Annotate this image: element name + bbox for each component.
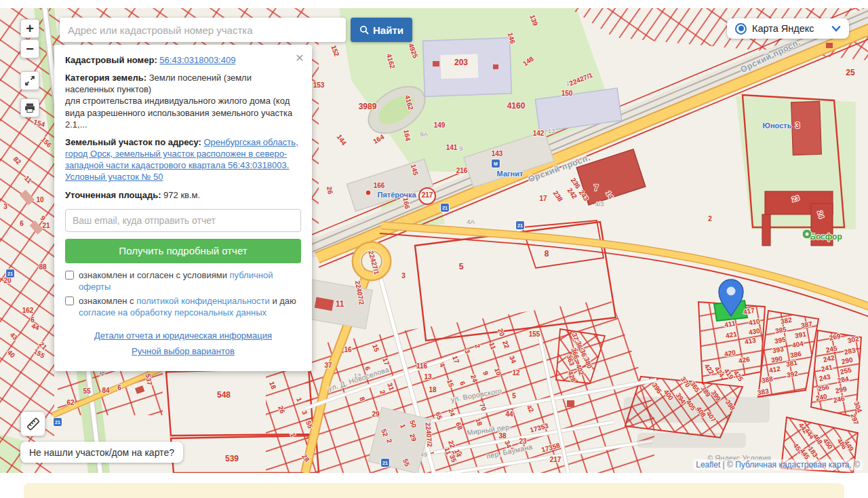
svg-text:21: 21 bbox=[55, 420, 60, 425]
svg-text:49: 49 bbox=[420, 451, 428, 458]
email-input[interactable] bbox=[65, 209, 301, 232]
fullscreen-button[interactable] bbox=[20, 71, 39, 90]
svg-text:10: 10 bbox=[36, 196, 44, 204]
svg-text:5: 5 bbox=[459, 262, 464, 271]
svg-text:М: М bbox=[494, 161, 498, 166]
zoom-out-label: − bbox=[26, 41, 34, 57]
printer-icon bbox=[24, 102, 35, 113]
search-icon bbox=[359, 25, 369, 35]
address-label: Земельный участок по адресу: bbox=[65, 137, 201, 147]
not-found-label: Не нашли участок/дом на карте? bbox=[29, 447, 174, 458]
search-button-label: Найти bbox=[373, 24, 403, 36]
bottom-banner bbox=[24, 483, 844, 498]
personal-data-link[interactable]: согласие на обработку персональных данны… bbox=[79, 307, 267, 318]
zoom-in-label: + bbox=[26, 21, 34, 37]
svg-text:9А: 9А bbox=[420, 130, 428, 138]
offer-checkbox-row: ознакомлен и согласен с условиями публич… bbox=[65, 269, 301, 292]
svg-text:149: 149 bbox=[434, 121, 446, 129]
svg-text:Босфор: Босфор bbox=[810, 232, 842, 242]
svg-text:8: 8 bbox=[545, 249, 549, 258]
zoom-out-button[interactable]: − bbox=[20, 39, 39, 58]
privacy-text-1: ознакомлен с bbox=[79, 296, 136, 306]
map-poi-icon: 21 bbox=[381, 459, 390, 467]
svg-text:6: 6 bbox=[20, 220, 24, 227]
layer-radio[interactable] bbox=[735, 23, 747, 35]
search-button[interactable]: Найти bbox=[351, 18, 412, 42]
report-details-link[interactable]: Детали отчета и юридическая информация bbox=[65, 329, 301, 343]
svg-text:141: 141 bbox=[446, 144, 458, 151]
svg-text:21: 21 bbox=[517, 223, 523, 228]
offer-text: ознакомлен и согласен с условиями bbox=[79, 270, 230, 280]
get-report-button[interactable]: Получить подробный отчет bbox=[65, 239, 301, 263]
svg-text:88: 88 bbox=[39, 263, 47, 271]
layer-selector[interactable]: Карта Яндекс bbox=[727, 18, 849, 39]
area-row: Уточненная площадь: 972 кв.м. bbox=[65, 189, 301, 201]
svg-text:143: 143 bbox=[492, 150, 503, 157]
cadastral-number-row: Кадастровый номер: 56:43:0318003:409 bbox=[65, 54, 301, 66]
svg-text:62: 62 bbox=[66, 399, 75, 406]
svg-text:548: 548 bbox=[217, 390, 231, 400]
svg-text:155: 155 bbox=[529, 330, 540, 338]
offer-checkbox[interactable] bbox=[65, 271, 74, 280]
svg-text:12: 12 bbox=[512, 369, 520, 377]
svg-text:84: 84 bbox=[102, 387, 110, 394]
zoom-in-button[interactable]: + bbox=[20, 19, 39, 38]
svg-text:Магнит: Магнит bbox=[497, 170, 524, 178]
svg-text:217: 217 bbox=[550, 456, 561, 463]
svg-text:153: 153 bbox=[313, 81, 325, 89]
svg-text:25: 25 bbox=[846, 68, 855, 77]
svg-text:3989: 3989 bbox=[359, 102, 377, 111]
svg-text:539: 539 bbox=[225, 454, 239, 463]
print-button[interactable] bbox=[20, 98, 39, 117]
svg-text:2: 2 bbox=[708, 215, 712, 223]
svg-text:11: 11 bbox=[336, 299, 344, 309]
address-row: Земельный участок по адресу: Оренбургска… bbox=[65, 136, 301, 183]
area-label: Уточненная площадь: bbox=[65, 190, 161, 200]
cadastral-map-page: © Яндекс Условия 41741041143042141342042… bbox=[0, 0, 868, 498]
chevron-down-icon bbox=[831, 26, 841, 32]
svg-text:9: 9 bbox=[459, 145, 462, 152]
svg-text:216: 216 bbox=[456, 167, 468, 174]
search-input[interactable] bbox=[60, 18, 346, 42]
svg-text:21: 21 bbox=[442, 206, 448, 210]
privacy-checkbox[interactable] bbox=[65, 296, 74, 305]
map-poi-icon bbox=[802, 229, 812, 239]
cadastral-number-label: Кадастровый номер: bbox=[65, 55, 157, 65]
svg-text:21: 21 bbox=[42, 222, 50, 229]
land-category-row: Категория земель: Земли поселений (земли… bbox=[65, 72, 301, 130]
measure-button[interactable] bbox=[20, 411, 45, 436]
svg-text:55: 55 bbox=[83, 387, 91, 395]
leaflet-link[interactable]: Leaflet bbox=[696, 460, 720, 470]
svg-text:217: 217 bbox=[422, 191, 433, 199]
privacy-text-2: и даю bbox=[270, 296, 296, 306]
svg-text:6: 6 bbox=[117, 384, 121, 391]
ruler-icon bbox=[26, 417, 41, 432]
svg-text:4160: 4160 bbox=[507, 101, 526, 111]
svg-text:21: 21 bbox=[7, 271, 13, 276]
svg-text:16: 16 bbox=[344, 346, 352, 353]
svg-text:3: 3 bbox=[401, 272, 406, 280]
svg-text:3: 3 bbox=[795, 121, 800, 130]
svg-text:13: 13 bbox=[424, 373, 432, 381]
privacy-policy-link[interactable]: политикой конфиденциальности bbox=[136, 296, 270, 306]
map-poi-icon: 21 bbox=[516, 221, 525, 230]
map-poi-icon: 21 bbox=[441, 204, 450, 212]
svg-text:150: 150 bbox=[561, 90, 573, 97]
not-found-button[interactable]: Не нашли участок/дом на карте? bbox=[20, 442, 183, 463]
cadastral-number-link[interactable]: 56:43:0318003:409 bbox=[159, 55, 235, 65]
close-icon[interactable]: × bbox=[296, 50, 304, 64]
svg-text:7: 7 bbox=[594, 183, 599, 193]
svg-text:44: 44 bbox=[505, 410, 513, 418]
svg-text:18: 18 bbox=[429, 386, 437, 394]
manual-choice-link[interactable]: Ручной выбор вариантов bbox=[132, 345, 235, 359]
pkk-link[interactable]: Публичная кадастровая карта bbox=[735, 460, 849, 470]
svg-text:13: 13 bbox=[548, 127, 555, 134]
svg-text:37: 37 bbox=[324, 362, 332, 369]
expand-icon bbox=[24, 75, 35, 86]
svg-text:Пятёрочка: Пятёрочка bbox=[377, 191, 416, 199]
svg-text:3: 3 bbox=[3, 203, 7, 210]
map-poi-icon: М bbox=[492, 159, 500, 168]
svg-text:4А: 4А bbox=[467, 218, 475, 225]
map-poi-icon bbox=[366, 190, 371, 195]
offer-checkbox-label: ознакомлен и согласен с условиями публич… bbox=[79, 269, 301, 292]
